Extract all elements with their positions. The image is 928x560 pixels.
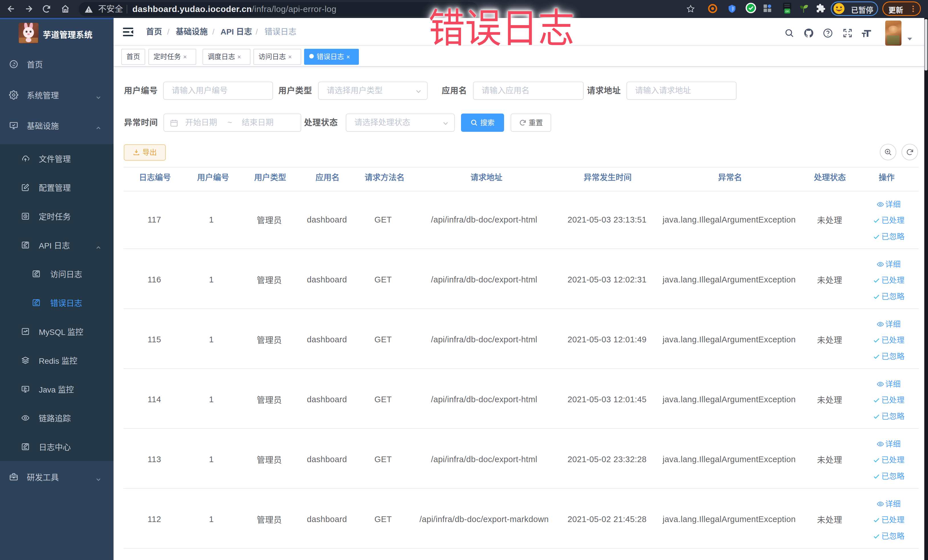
svg-text:on: on <box>785 9 789 13</box>
